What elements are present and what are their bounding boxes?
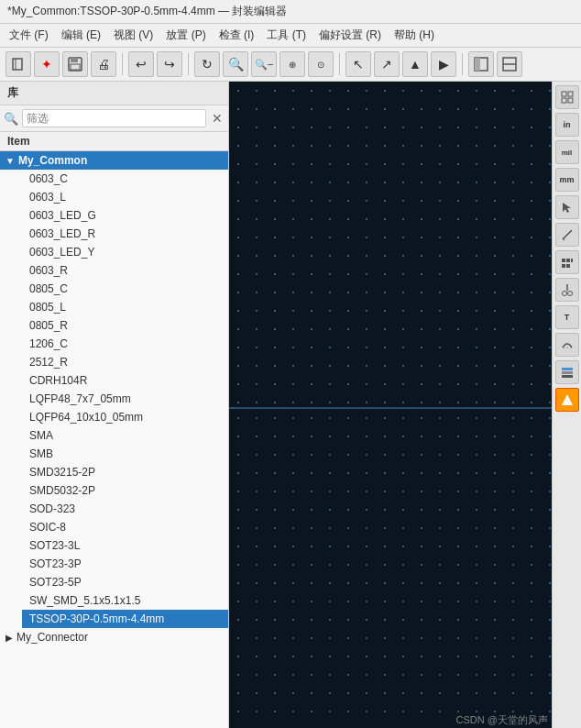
item-sod323[interactable]: SOD-323	[22, 500, 228, 518]
item-0603-led-g[interactable]: 0603_LED_G	[22, 206, 228, 225]
right-panel: in mil mm	[229, 82, 581, 728]
footprint-button[interactable]	[555, 388, 579, 412]
library-header: 库	[0, 82, 228, 105]
zoom-area-button[interactable]: ⊙	[308, 51, 334, 77]
item-0805-l[interactable]: 0805_L	[22, 298, 228, 316]
separator-2	[188, 53, 189, 75]
svg-rect-18	[571, 259, 573, 262]
item-0603-r[interactable]: 0603_R	[22, 261, 228, 280]
grid-button[interactable]	[555, 85, 579, 109]
item-cdrh104r[interactable]: CDRH104R	[22, 371, 228, 390]
svg-rect-10	[568, 92, 573, 96]
refresh-button[interactable]: ↻	[194, 51, 220, 77]
item-sot23-3p[interactable]: SOT23-3P	[22, 555, 228, 573]
redo-button[interactable]: ↪	[157, 51, 182, 77]
svg-point-23	[567, 292, 572, 296]
top-canvas	[229, 82, 552, 407]
split-v-button[interactable]	[497, 51, 522, 77]
arrow-right-button[interactable]: ↗	[374, 51, 400, 77]
svg-rect-27	[562, 375, 573, 378]
layer-button[interactable]	[555, 360, 579, 384]
svg-rect-17	[566, 259, 570, 262]
item-sw-smd[interactable]: SW_SMD_5.1x5.1x1.5	[22, 591, 228, 610]
new-button[interactable]	[5, 51, 31, 77]
zoom-out-button[interactable]: 🔍−	[251, 51, 277, 77]
cut-button[interactable]	[555, 278, 579, 302]
svg-rect-20	[566, 264, 570, 268]
item-2512-r[interactable]: 2512_R	[22, 353, 228, 371]
item-0805-c[interactable]: 0805_C	[22, 280, 228, 298]
menu-tools[interactable]: 工具 (T)	[261, 26, 312, 45]
group-my-common[interactable]: ▼ My_Common	[0, 151, 228, 170]
select-button[interactable]	[555, 195, 579, 219]
item-lqfp64[interactable]: LQFP64_10x10_05mm	[22, 408, 228, 426]
window-title: *My_Common:TSSOP-30P-0.5mm-4.4mm — 封装编辑器	[7, 5, 287, 17]
svg-line-14	[563, 230, 572, 239]
menu-place[interactable]: 放置 (P)	[160, 26, 211, 45]
expand-arrow-my-common: ▼	[5, 156, 15, 166]
undo-button[interactable]: ↩	[128, 51, 154, 77]
unit-in-button[interactable]: in	[555, 113, 579, 137]
item-smd3215[interactable]: SMD3215-2P	[22, 463, 228, 481]
svg-rect-12	[568, 98, 573, 103]
item-tssop30p[interactable]: TSSOP-30P-0.5mm-4.4mm	[22, 610, 228, 628]
star-button[interactable]: ✦	[34, 51, 60, 77]
item-0603-l[interactable]: 0603_L	[22, 188, 228, 206]
separator-4	[462, 53, 463, 75]
clear-search-button[interactable]: ✕	[210, 111, 225, 126]
expand-arrow-my-connector: ▶	[5, 633, 13, 643]
search-input[interactable]	[22, 109, 206, 127]
menu-preferences[interactable]: 偏好设置 (R)	[313, 26, 387, 45]
svg-marker-28	[562, 394, 573, 405]
left-panel: 库 🔍 ✕ Item ▼ My_Common 0603_C 0603_L 060…	[0, 82, 229, 728]
svg-marker-13	[563, 203, 571, 213]
group-my-common-label: My_Common	[18, 154, 87, 167]
route-button[interactable]	[555, 223, 579, 247]
item-0603-led-y[interactable]: 0603_LED_Y	[22, 243, 228, 261]
menu-inspect[interactable]: 检查 (I)	[214, 26, 260, 45]
unit-mil-button[interactable]: mil	[555, 140, 579, 164]
separator-3	[339, 53, 340, 75]
print-button[interactable]: 🖨	[91, 51, 116, 77]
svg-rect-16	[562, 259, 565, 262]
menu-file[interactable]: 文件 (F)	[4, 26, 54, 45]
item-1206-c[interactable]: 1206_C	[22, 335, 228, 353]
unit-mm-button[interactable]: mm	[555, 168, 579, 192]
item-sot23-5p[interactable]: SOT23-5P	[22, 573, 228, 591]
item-smd5032[interactable]: SMD5032-2P	[22, 481, 228, 500]
play-button[interactable]: ▶	[431, 51, 456, 77]
arrow-left-button[interactable]: ↖	[345, 51, 371, 77]
svg-rect-6	[475, 58, 480, 71]
item-soic8[interactable]: SOIC-8	[22, 518, 228, 536]
item-0603-led-r[interactable]: 0603_LED_R	[22, 225, 228, 243]
zoom-fit-button[interactable]: ⊕	[280, 51, 305, 77]
text-button[interactable]: T	[555, 305, 579, 329]
triangle-button[interactable]: ▲	[402, 51, 428, 77]
item-smb[interactable]: SMB	[22, 445, 228, 463]
search-icon: 🔍	[4, 112, 18, 126]
item-sma[interactable]: SMA	[22, 426, 228, 445]
separator-1	[122, 53, 123, 75]
svg-rect-0	[13, 59, 22, 70]
main-layout: 库 🔍 ✕ Item ▼ My_Common 0603_C 0603_L 060…	[0, 82, 581, 728]
item-0603-c[interactable]: 0603_C	[22, 170, 228, 188]
arc-button[interactable]	[555, 333, 579, 357]
item-lqfp48[interactable]: LQFP48_7x7_05mm	[22, 390, 228, 408]
right-toolbar: in mil mm	[552, 82, 581, 728]
menu-help[interactable]: 帮助 (H)	[389, 26, 440, 45]
unit-in-label: in	[564, 120, 571, 129]
group-my-connector[interactable]: ▶ My_Connector	[0, 628, 228, 646]
zoom-in-button[interactable]: 🔍	[223, 51, 248, 77]
split-h-button[interactable]	[468, 51, 494, 77]
search-bar: 🔍 ✕	[0, 105, 228, 132]
menu-edit[interactable]: 编辑 (E)	[56, 26, 106, 45]
main-toolbar: ✦ 🖨 ↩ ↪ ↻ 🔍 🔍− ⊕ ⊙ ↖ ↗ ▲ ▶	[0, 48, 581, 82]
svg-rect-9	[562, 92, 566, 96]
item-sot23-3l[interactable]: SOT23-3L	[22, 536, 228, 555]
save-button[interactable]	[62, 51, 88, 77]
menu-view[interactable]: 视图 (V)	[108, 26, 159, 45]
pad-button[interactable]	[555, 250, 579, 274]
item-0805-r[interactable]: 0805_R	[22, 316, 228, 335]
my-common-children: 0603_C 0603_L 0603_LED_G 0603_LED_R 0603…	[0, 170, 228, 628]
unit-mm-label: mm	[559, 175, 574, 184]
